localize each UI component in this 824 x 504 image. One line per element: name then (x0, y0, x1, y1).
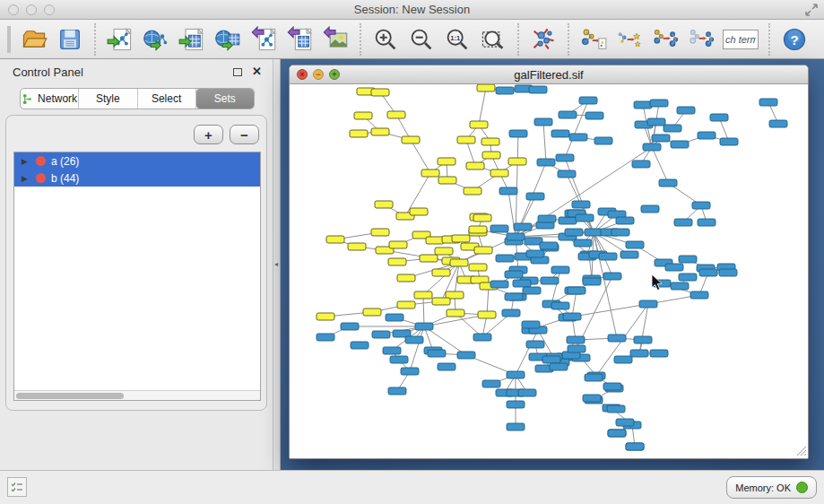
graph-node[interactable] (585, 112, 603, 119)
graph-node[interactable] (565, 229, 583, 236)
export-image-button[interactable] (317, 22, 353, 56)
graph-node[interactable] (426, 237, 444, 244)
graph-node[interactable] (508, 158, 526, 165)
graph-node[interactable] (371, 128, 389, 135)
graph-node[interactable] (608, 335, 626, 342)
network-canvas[interactable] (290, 84, 808, 458)
graph-node[interactable] (438, 177, 456, 184)
graph-node[interactable] (388, 387, 406, 395)
graph-node[interactable] (509, 130, 527, 137)
graph-node[interactable] (526, 250, 544, 257)
graph-node[interactable] (632, 161, 650, 168)
toolbar-drag-handle[interactable] (7, 26, 11, 53)
graph-node[interactable] (551, 266, 569, 274)
graph-node[interactable] (375, 201, 393, 208)
graph-node[interactable] (677, 107, 695, 114)
graph-node[interactable] (626, 443, 644, 450)
graph-node[interactable] (534, 118, 552, 126)
graph-node[interactable] (568, 345, 585, 352)
graph-node[interactable] (405, 336, 423, 343)
export-table-button[interactable] (282, 22, 317, 56)
network-intersect-button[interactable] (683, 22, 719, 56)
help-button[interactable]: ? (776, 22, 812, 56)
graph-node[interactable] (432, 298, 450, 305)
graph-node[interactable] (499, 187, 517, 195)
graph-node[interactable] (620, 251, 638, 258)
graph-node[interactable] (372, 331, 390, 338)
graph-node[interactable] (526, 193, 544, 200)
graph-node[interactable] (551, 130, 569, 137)
graph-node[interactable] (482, 380, 500, 387)
graph-node[interactable] (556, 154, 574, 161)
window-resize-grip[interactable] (797, 447, 806, 456)
graph-node[interactable] (420, 255, 438, 262)
graph-node[interactable] (478, 311, 496, 318)
graph-node[interactable] (611, 229, 629, 236)
graph-node[interactable] (415, 323, 433, 330)
graph-node[interactable] (388, 258, 406, 265)
graph-node[interactable] (371, 229, 389, 236)
graph-node[interactable] (438, 158, 455, 165)
graph-edge[interactable] (479, 88, 486, 125)
graph-node[interactable] (507, 371, 525, 378)
graph-node[interactable] (583, 278, 601, 285)
graph-node[interactable] (410, 208, 428, 215)
graph-node[interactable] (538, 215, 556, 222)
graph-node[interactable] (414, 291, 432, 299)
graph-node[interactable] (526, 341, 544, 348)
graph-node[interactable] (574, 239, 592, 247)
task-history-button[interactable] (7, 477, 27, 497)
graph-node[interactable] (616, 419, 634, 426)
network-view-window[interactable]: × − + galFiltered.sif (289, 65, 809, 459)
graph-node[interactable] (452, 235, 470, 242)
graph-node[interactable] (647, 118, 665, 126)
graph-node[interactable] (559, 111, 577, 118)
panel-splitter[interactable]: ◂ (273, 59, 281, 470)
graph-edge[interactable] (516, 330, 538, 375)
graph-node[interactable] (317, 334, 334, 341)
graph-node[interactable] (664, 125, 681, 132)
graph-node[interactable] (350, 130, 368, 137)
graph-node[interactable] (326, 236, 344, 243)
graph-node[interactable] (641, 205, 659, 213)
graph-node[interactable] (559, 217, 577, 224)
graph-node[interactable] (507, 401, 525, 408)
graph-node[interactable] (665, 264, 683, 271)
network-graph-svg[interactable] (290, 84, 808, 458)
graph-node[interactable] (457, 136, 475, 143)
graph-node[interactable] (469, 226, 487, 233)
graph-node[interactable] (674, 219, 692, 226)
zoom-actual-size-button[interactable]: 1:1 (439, 22, 475, 56)
graph-node[interactable] (389, 241, 407, 248)
graph-node[interactable] (522, 321, 540, 328)
graph-node[interactable] (542, 356, 560, 363)
graph-node[interactable] (698, 132, 716, 139)
graph-node[interactable] (690, 291, 708, 299)
memory-status-button[interactable]: Memory: OK (726, 476, 817, 499)
graph-node[interactable] (518, 389, 536, 396)
graph-node[interactable] (608, 430, 626, 437)
graph-node[interactable] (626, 241, 644, 248)
graph-node[interactable] (402, 136, 420, 143)
import-table-file-button[interactable] (174, 22, 210, 56)
graph-node[interactable] (354, 112, 372, 119)
graph-node[interactable] (652, 135, 670, 142)
graph-node[interactable] (614, 356, 632, 363)
graph-node[interactable] (507, 423, 525, 430)
graph-edge[interactable] (639, 304, 648, 353)
graph-node[interactable] (421, 169, 439, 177)
import-network-file-button[interactable] (102, 22, 138, 56)
apply-layout-button[interactable] (525, 22, 561, 56)
graph-node[interactable] (607, 405, 625, 413)
tab-network[interactable]: Network (21, 89, 79, 109)
graph-edge[interactable] (411, 140, 430, 173)
graph-node[interactable] (550, 363, 568, 370)
graph-node[interactable] (599, 253, 617, 260)
graph-node[interactable] (401, 368, 419, 375)
graph-node[interactable] (579, 97, 597, 104)
disclosure-triangle-icon[interactable]: ▶ (22, 157, 30, 166)
close-panel-icon[interactable]: ✕ (252, 65, 262, 78)
graph-edge[interactable] (487, 286, 489, 315)
graph-node[interactable] (643, 143, 661, 151)
graph-node[interactable] (390, 356, 408, 363)
